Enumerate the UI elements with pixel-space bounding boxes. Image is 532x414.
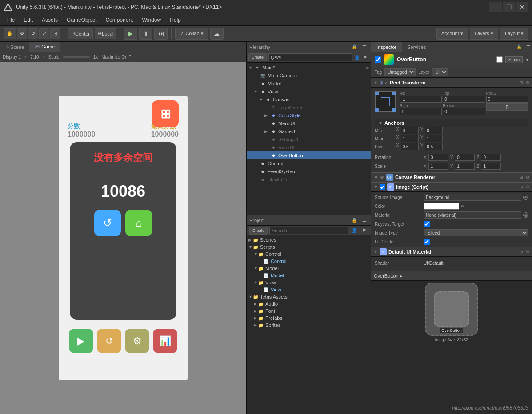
project-flag-btn[interactable]: ⚑	[360, 228, 368, 233]
scale-y[interactable]	[455, 163, 475, 170]
left-input[interactable]	[400, 96, 442, 103]
hierarchy-menu-btn[interactable]: ☰	[360, 44, 368, 49]
layers-button[interactable]: Layers ▾	[470, 28, 498, 40]
image-script-link[interactable]: ⊞	[520, 185, 523, 189]
image-script-header[interactable]: ▼ IS Image (Script) ⊞ ⚙	[371, 182, 532, 192]
hierarchy-lock-btn[interactable]: 🔒	[350, 44, 359, 49]
move-tool[interactable]: ✥	[17, 28, 27, 39]
minimize-button[interactable]: —	[489, 2, 502, 12]
p-item-audio[interactable]: ▶ 📁 Audio	[247, 300, 371, 307]
tab-services[interactable]: Services	[402, 42, 431, 52]
rotation-y[interactable]	[455, 154, 475, 161]
p-item-scenes[interactable]: ▶ 📁 Scenes	[247, 236, 371, 243]
pivot-x[interactable]	[401, 143, 419, 150]
p-item-view-folder[interactable]: ▼ 📁 View	[247, 279, 371, 286]
pivot-y[interactable]	[425, 143, 443, 150]
color-edit-btn[interactable]: ✏	[461, 204, 464, 209]
project-menu-btn[interactable]: ☰	[360, 218, 368, 223]
cloud-button[interactable]: ☁	[210, 28, 224, 40]
posz-input[interactable]	[486, 96, 528, 103]
hand-tool[interactable]: ✋	[4, 28, 16, 39]
layout-button[interactable]: Layout ▾	[500, 28, 528, 40]
image-type-dropdown[interactable]: Sliced	[424, 229, 528, 236]
p-item-control-file[interactable]: 📄 Control	[247, 258, 371, 265]
h-item-meunui[interactable]: ◆ MeunUI	[247, 119, 371, 127]
fill-center-checkbox[interactable]	[424, 239, 430, 245]
h-item-model[interactable]: ◆ Model	[247, 80, 371, 88]
menu-file[interactable]: File	[2, 16, 19, 24]
static-dropdown[interactable]: ▾	[526, 57, 528, 62]
h-item-main[interactable]: ▼ ✦ Main* ☰	[247, 64, 371, 72]
h-item-eventsystem[interactable]: ◆ EventSystem	[247, 167, 371, 175]
p-item-control-folder[interactable]: ▼ 📁 Control	[247, 251, 371, 258]
local-button[interactable]: ⊕ Local	[95, 28, 116, 39]
p-item-sprites[interactable]: ▶ 📁 Sprites	[247, 322, 371, 329]
pause-button[interactable]: ⏸	[139, 28, 152, 40]
source-image-select[interactable]: ◎	[523, 195, 528, 200]
h-item-block[interactable]: ◆ Block (1)	[247, 175, 371, 183]
anchor-max-x[interactable]	[401, 135, 419, 142]
image-script-enabled[interactable]	[380, 184, 385, 190]
h-item-main-camera[interactable]: 📷 Main Camera	[247, 72, 371, 80]
h-item-colorstyle[interactable]: ▶ ◆ ColorStyle	[247, 111, 371, 119]
tag-dropdown[interactable]: Untagged	[384, 68, 416, 76]
p-item-scripts[interactable]: ▼ 📁 Scripts	[247, 243, 371, 251]
scale-tool[interactable]: ⤢	[39, 28, 49, 39]
material-select[interactable]: ◎	[523, 212, 528, 218]
scale-z[interactable]	[481, 163, 501, 170]
h-item-overbutton[interactable]: ◆ OverButton	[247, 151, 371, 159]
account-button[interactable]: Account ▾	[436, 28, 468, 40]
project-create-btn[interactable]: Create	[249, 227, 268, 235]
default-ui-material-link[interactable]: ⊞	[520, 250, 523, 254]
inspector-menu-btn[interactable]: ☰	[524, 44, 532, 49]
menu-component[interactable]: Component	[101, 16, 137, 24]
hierarchy-flag-btn[interactable]: ⚑	[361, 55, 369, 60]
step-button[interactable]: ⏭	[154, 28, 168, 40]
settings-button[interactable]: ⚙	[125, 329, 149, 353]
center-button[interactable]: ⊙ Center	[68, 28, 93, 39]
scale-x[interactable]	[428, 163, 448, 170]
p-item-font[interactable]: ▶ 📁 Font	[247, 307, 371, 314]
menu-gameobject[interactable]: GameObject	[62, 16, 101, 24]
rect-tool[interactable]: ⊡	[50, 28, 60, 39]
project-lock-btn[interactable]: 🔒	[350, 218, 359, 223]
play-game-button[interactable]: ▶	[69, 329, 93, 353]
gameobject-enabled-checkbox[interactable]	[375, 56, 381, 63]
home-button[interactable]: ⌂	[125, 210, 152, 236]
h-item-rankui[interactable]: ◆ RankUI	[247, 143, 371, 151]
inspector-lock-btn[interactable]: 🔒	[515, 44, 524, 49]
anchor-min-y[interactable]	[425, 127, 443, 134]
canvas-renderer-header[interactable]: ▼ 👁 CR Canvas Renderer ⊞ ⚙	[371, 172, 532, 182]
material-box[interactable]: None (Material)	[424, 211, 521, 219]
rect-transform-header[interactable]: ▼ ⊞ ✓ Rect Transform ⊞ ⚙	[371, 78, 532, 88]
rotation-x[interactable]	[428, 154, 448, 161]
p-item-view-file[interactable]: 📄 View	[247, 286, 371, 293]
play-button[interactable]: ▶	[124, 28, 137, 40]
default-ui-material-gear[interactable]: ⚙	[526, 250, 529, 254]
collab-button[interactable]: ✓ Collab ▾	[175, 28, 208, 40]
h-item-canvas[interactable]: ▼ ◆ Canvas	[247, 96, 371, 104]
p-item-tetris-assets[interactable]: ▼ 📁 Tetris Assets	[247, 293, 371, 300]
tab-game[interactable]: 🎮 Game	[29, 42, 60, 52]
anchor-max-y[interactable]	[425, 135, 443, 142]
p-item-model-file[interactable]: 📄 Model	[247, 272, 371, 279]
rotate-tool[interactable]: ↺	[28, 28, 38, 39]
p-item-prefabs[interactable]: ▶ 📁 Prefabs	[247, 314, 371, 322]
image-script-gear[interactable]: ⚙	[526, 185, 529, 189]
h-item-logoname[interactable]: T LogoName	[247, 104, 371, 111]
rotation-z[interactable]	[481, 154, 501, 161]
restart-button[interactable]: ↺	[94, 210, 121, 236]
source-image-box[interactable]: Background	[424, 194, 521, 201]
default-ui-material-header[interactable]: ▼ M Default UI Material ⊞ ⚙	[371, 247, 532, 257]
tab-inspector[interactable]: Inspector	[371, 42, 402, 52]
top-input[interactable]	[443, 96, 485, 103]
hierarchy-people-btn[interactable]: 👤	[352, 55, 361, 60]
color-swatch[interactable]	[424, 203, 459, 210]
anchor-min-x[interactable]	[401, 127, 419, 134]
project-people-btn[interactable]: 👤	[350, 228, 359, 233]
h-item-settingui[interactable]: ◆ SettingUI	[247, 135, 371, 143]
canvas-renderer-gear[interactable]: ⚙	[526, 175, 529, 179]
project-search-input[interactable]	[269, 227, 348, 234]
menu-help[interactable]: Help	[165, 16, 185, 24]
h-item-view[interactable]: ▼ ◆ View	[247, 88, 371, 96]
